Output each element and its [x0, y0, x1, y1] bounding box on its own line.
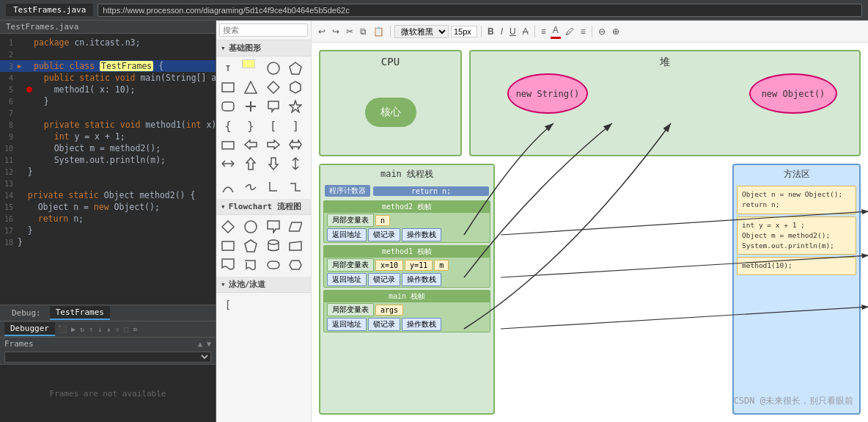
main-layout: TestFrames.java 1 package cn.itcast.n3; …	[0, 21, 868, 422]
code-line-15: 15 Object n = new Object();	[0, 201, 216, 213]
heap-title: 堆	[471, 51, 859, 72]
shape-arrow-both[interactable]	[287, 136, 304, 153]
shape-diamond[interactable]	[265, 79, 282, 96]
zoom-out-button[interactable]: ⊖	[596, 25, 608, 38]
code-line-17: 17 }	[0, 225, 216, 236]
shape-brace-left[interactable]: {	[219, 117, 237, 134]
shape-arrow-up[interactable]	[242, 155, 260, 172]
shape-bracket-right[interactable]: ]	[287, 117, 304, 134]
shape-z[interactable]	[287, 178, 304, 196]
shape-hexagon[interactable]	[287, 79, 304, 96]
shape-triangle[interactable]	[242, 79, 260, 96]
main-frame: main 栈帧 局部变量表 args 返回地址 锁记录 操作数栈	[323, 290, 490, 332]
method-block-2: int y = x + 1 ; Object m = method2(); Sy…	[737, 217, 856, 255]
debug-label: Debug:	[6, 307, 47, 319]
svg-point-0	[268, 62, 279, 74]
code-header: TestFrames.java	[0, 21, 216, 34]
debug-session-tab[interactable]: TestFrames	[50, 306, 110, 320]
fc-multidoc[interactable]	[242, 256, 260, 274]
fc-doc[interactable]	[219, 256, 237, 274]
svg-marker-20	[290, 241, 301, 250]
method1-lock-cell: 锁记录	[368, 273, 400, 286]
font-family-select[interactable]: 微软雅黑	[394, 25, 449, 38]
fc-prepare[interactable]	[287, 256, 304, 274]
cpu-box: CPU 核心	[319, 50, 462, 156]
border-color-button[interactable]: ≡	[578, 25, 588, 38]
shape-circle[interactable]	[265, 59, 282, 77]
code-editor: TestFrames.java 1 package cn.itcast.n3; …	[0, 21, 216, 422]
method1-locals-label: 局部变量表	[327, 258, 374, 272]
method2-lock-cell: 锁记录	[368, 228, 400, 241]
fc-terminator[interactable]	[265, 256, 282, 274]
shape-bracket-left[interactable]: [	[265, 117, 282, 134]
shape-plus[interactable]	[242, 98, 260, 115]
code-line-1: 1 package cn.itcast.n3;	[0, 37, 216, 48]
shape-l-shape[interactable]	[265, 178, 282, 196]
shape-callout[interactable]	[265, 98, 282, 115]
shapes-grid-2	[216, 175, 311, 199]
shape-rounded-rect[interactable]	[219, 98, 237, 115]
debug-panel: Debug: TestFrames Debugger ⬛ ▶ ↻ ↑ ↓ ↡ ⇪…	[0, 305, 216, 422]
shape-curved[interactable]	[242, 178, 260, 196]
shape-star[interactable]	[287, 98, 304, 115]
shape-text[interactable]: T	[219, 59, 237, 77]
align-left-button[interactable]: ≡	[539, 25, 548, 38]
font-size-input[interactable]	[451, 26, 477, 37]
fc-cylinder[interactable]	[265, 237, 282, 255]
copy-button[interactable]: ⧉	[358, 25, 369, 38]
bold-button[interactable]: B	[485, 25, 496, 38]
fc-manual[interactable]	[287, 237, 304, 255]
url-bar[interactable]	[98, 4, 862, 17]
fc-pentagon2[interactable]	[242, 237, 260, 255]
frames-header: Frames ▲ ▼	[0, 338, 216, 350]
undo-button[interactable]: ↩	[316, 25, 328, 38]
shape-arrow-left[interactable]	[242, 136, 260, 153]
fc-callout2[interactable]	[265, 218, 282, 236]
cut-button[interactable]: ✂	[344, 25, 356, 38]
shape-arrow-double-v[interactable]	[287, 155, 304, 172]
shape-rect[interactable]	[219, 79, 237, 96]
pool-bracket[interactable]: [	[219, 296, 237, 313]
underline-button[interactable]: U	[507, 25, 518, 38]
shape-arrow-down[interactable]	[265, 155, 282, 172]
font-color-button[interactable]: A	[551, 23, 561, 39]
shape-double-arrow-h[interactable]	[219, 155, 237, 172]
svg-marker-22	[290, 261, 301, 269]
frames-dropdown[interactable]	[0, 350, 216, 365]
svg-marker-3	[245, 81, 257, 93]
fill-color-button[interactable]: 🖊	[563, 25, 576, 38]
svg-marker-12	[246, 158, 255, 170]
fc-diamond[interactable]	[219, 218, 237, 236]
fc-parallelogram[interactable]	[287, 218, 304, 236]
strikethrough-button[interactable]: A	[521, 25, 531, 38]
shape-brace-right[interactable]: }	[242, 117, 260, 134]
italic-button[interactable]: I	[499, 25, 505, 38]
fc-rect[interactable]	[219, 237, 237, 255]
search-input[interactable]	[219, 23, 308, 37]
shape-label[interactable]	[242, 59, 255, 68]
separator-2	[481, 26, 482, 37]
pc-label: 程序计数器	[325, 185, 370, 197]
method2-ops-cell: 操作数栈	[402, 228, 441, 241]
basic-shapes-header[interactable]: ▾ 基础图形	[216, 40, 311, 57]
flowchart-header[interactable]: ▾ Flowchart 流程图	[216, 199, 311, 215]
separator-4	[592, 26, 592, 37]
shape-arc[interactable]	[219, 178, 237, 196]
debugger-tab[interactable]: Debugger	[4, 322, 55, 336]
shape-arrow-right[interactable]	[265, 136, 282, 153]
shape-rect2[interactable]	[219, 136, 237, 153]
paste-button[interactable]: 📋	[371, 25, 386, 38]
method2-locals-row: 局部变量表 n	[324, 213, 490, 228]
diagram-toolbar: ↩ ↪ ✂ ⧉ 📋 微软雅黑 B I U A ≡ A 🖊 ≡ ⊖ ⊕	[312, 21, 868, 43]
frames-empty-msg: Frames are not available	[0, 365, 216, 422]
fc-circle[interactable]	[242, 218, 260, 236]
file-tab[interactable]: TestFrames.java	[6, 4, 93, 16]
redo-button[interactable]: ↪	[330, 25, 342, 38]
diagram-canvas[interactable]: CPU 核心 堆 new String() new Object() main …	[312, 43, 868, 422]
zoom-in-button[interactable]: ⊕	[610, 25, 622, 38]
pool-header[interactable]: ▾ 泳池/泳道	[216, 277, 311, 293]
search-bar	[216, 21, 311, 40]
main-ops-row: 返回地址 锁记录 操作数栈	[324, 317, 490, 332]
shape-pentagon[interactable]	[287, 59, 304, 77]
frames-select[interactable]	[4, 352, 211, 363]
